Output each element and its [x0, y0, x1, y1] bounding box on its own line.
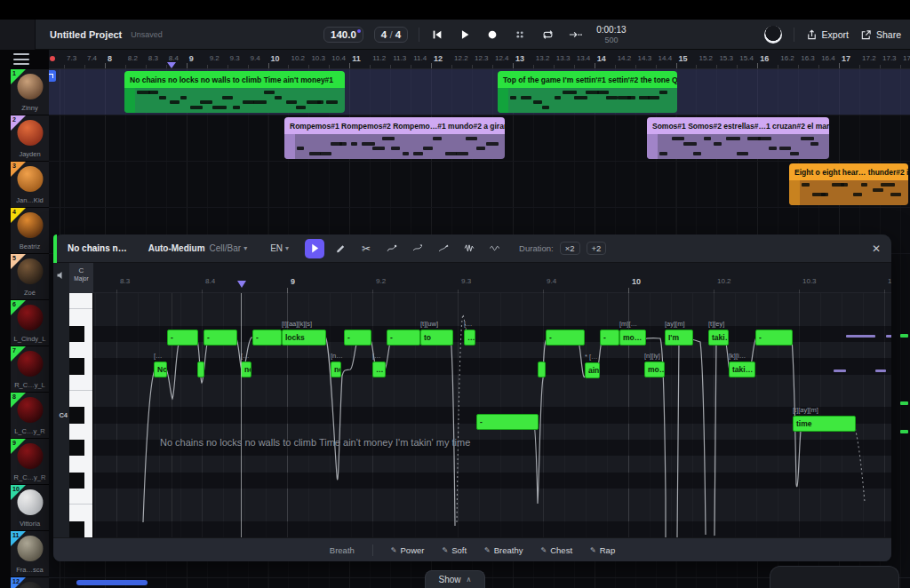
note[interactable] [197, 362, 204, 377]
duration-x2-button[interactable]: ×2 [560, 242, 580, 255]
note[interactable]: - [600, 330, 619, 346]
clip-resize-handle[interactable] [498, 88, 508, 113]
select-tool-button[interactable] [305, 239, 324, 258]
duration-plus2-button[interactable]: +2 [587, 242, 607, 255]
piano-key-G[interactable] [69, 456, 93, 472]
piano-key-C#[interactable] [69, 358, 93, 374]
expression-breathy-button[interactable]: ✎Breathy [484, 545, 523, 555]
piano-key-D#[interactable] [69, 326, 93, 342]
track-tile-12[interactable]: 12 [11, 577, 49, 588]
track-tile-11[interactable]: 11Fra…sca [11, 531, 49, 576]
skip-back-button[interactable] [430, 28, 444, 42]
phoneme-label[interactable]: [k][i… [729, 352, 746, 360]
piano-key-B[interactable] [69, 391, 93, 407]
piano-key-F[interactable] [69, 293, 93, 309]
note[interactable]: … [372, 362, 386, 377]
track-tile-10[interactable]: 10Vittoria [11, 485, 49, 530]
piano-key-A[interactable] [69, 424, 93, 440]
phoneme-label[interactable]: [… [154, 352, 163, 360]
piano-roll-grid[interactable]: No[…--no[…-locks[l][aa][k][s]no[n…-…[…-t… [93, 293, 891, 537]
phoneme-label[interactable]: [… [241, 352, 250, 360]
expression-rap-button[interactable]: ✎Rap [590, 545, 615, 555]
note[interactable]: - [755, 330, 793, 346]
note[interactable]: I'm [665, 330, 693, 346]
arrangement-clip[interactable]: Rompemos#1 Rompemos#2 Rompemo…#1 mundo#2… [284, 117, 505, 159]
note[interactable]: - [546, 330, 585, 346]
language-select[interactable]: EN [270, 243, 283, 253]
track-tile-5[interactable]: 5Zoé [11, 254, 49, 299]
note[interactable] [538, 362, 546, 377]
track-lane-3[interactable] [49, 162, 910, 208]
loop-button[interactable] [540, 28, 555, 42]
clip-resize-handle[interactable] [124, 88, 135, 113]
phoneme-label[interactable]: [n… [331, 352, 343, 360]
note[interactable]: - [252, 330, 282, 346]
note[interactable]: time [793, 416, 856, 432]
show-panel-button[interactable]: Show ∧ [425, 570, 485, 588]
note[interactable]: - [167, 330, 198, 346]
editor-mode-sub[interactable]: Cell/Bar [210, 243, 242, 253]
profile-avatar[interactable] [764, 26, 782, 44]
key-scale-box[interactable]: C Major [69, 263, 93, 293]
expression-chest-button[interactable]: ✎Chest [541, 545, 573, 555]
track-tile-7[interactable]: 7R_C…y_L [11, 346, 49, 392]
note[interactable]: … [464, 330, 475, 346]
close-icon[interactable]: ✕ [872, 242, 881, 255]
expression-power-button[interactable]: ✎Power [391, 545, 425, 555]
piano-key-D#[interactable] [69, 521, 93, 537]
expression-breath-label[interactable]: Breath [330, 545, 355, 555]
note[interactable]: taki… [729, 362, 755, 377]
pencil-tool-button[interactable] [331, 239, 350, 258]
speaker-icon[interactable] [56, 270, 67, 281]
track-tile-8[interactable]: 8L_C…y_R [11, 393, 49, 438]
note[interactable]: taki… [708, 330, 729, 346]
note[interactable]: to [420, 330, 453, 346]
share-button[interactable]: Share [860, 29, 901, 41]
vibrato-tool-button[interactable] [485, 239, 505, 258]
note[interactable]: - [204, 330, 237, 346]
track-tile-9[interactable]: 9R_C…y_R [11, 439, 49, 484]
track-tile-3[interactable]: 3Jan…Kid [11, 162, 49, 207]
piano-key-D[interactable] [69, 342, 93, 358]
menu-icon[interactable] [13, 53, 29, 65]
phoneme-label[interactable]: [ay][m] [665, 320, 685, 328]
play-button[interactable] [458, 28, 472, 42]
clip-resize-handle[interactable] [789, 180, 800, 205]
track-tile-2[interactable]: 2Jayden [11, 115, 49, 161]
phoneme-label[interactable]: [t][ey] [708, 320, 724, 328]
time-signature-box[interactable]: 4 / 4 [374, 27, 408, 43]
note[interactable]: - [387, 330, 420, 346]
wave-tool-button[interactable] [459, 239, 479, 258]
clip-resize-handle[interactable] [284, 134, 295, 159]
note[interactable]: No [154, 362, 167, 377]
track-tile-4[interactable]: 4Beatriz [11, 208, 49, 253]
tempo-box[interactable]: 140.0 [323, 27, 363, 43]
arrangement-clip[interactable]: Eight o eight hear… thunder#2 in the [789, 163, 908, 205]
note[interactable]: locks [282, 330, 326, 346]
track-tile-1[interactable]: 1Zinny [11, 69, 49, 115]
phoneme-label[interactable]: * [… [585, 353, 598, 361]
pitch-line-tool-button[interactable] [382, 239, 402, 258]
expression-soft-button[interactable]: ✎Soft [442, 545, 467, 555]
piano-key-E[interactable] [69, 309, 93, 325]
horizontal-scrollbar-thumb[interactable] [76, 580, 148, 585]
phoneme-label[interactable]: [n][iy] [644, 352, 660, 360]
arrangement-ruler[interactable]: 7.37.488.28.38.499.29.39.41010.210.310.4… [49, 50, 910, 69]
phoneme-label[interactable]: [t][uw] [420, 320, 438, 328]
piano-key-F#[interactable] [69, 473, 93, 489]
note[interactable]: no [331, 362, 341, 377]
note[interactable]: - [476, 414, 539, 430]
arrangement-clip[interactable]: No chains no locks no walls to climb Tim… [124, 71, 345, 113]
editor-mode-label[interactable]: Auto-Medium [148, 243, 205, 253]
arrangement-clip[interactable]: Top of the game I'm settin'#1 settin'#2 … [498, 71, 677, 113]
record-button[interactable] [485, 28, 499, 42]
editor-ruler[interactable]: 8.38.499.29.39.41010.210.310.4 [93, 263, 891, 293]
note[interactable]: mo… [619, 330, 646, 346]
note[interactable]: mo… [644, 362, 665, 377]
track-tile-6[interactable]: 6L_Cindy_L [11, 300, 49, 346]
piano-key-C[interactable] [69, 375, 93, 391]
piano-key-G#[interactable] [69, 440, 93, 456]
piano-key-E[interactable] [69, 505, 93, 520]
scissors-tool-button[interactable]: ✂ [356, 239, 376, 258]
clip-resize-handle[interactable] [647, 134, 658, 159]
